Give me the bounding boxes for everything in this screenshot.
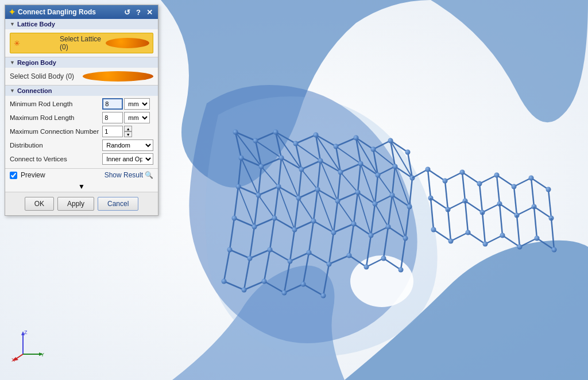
select-lattice-label: Select Lattice (0) xyxy=(60,35,103,51)
svg-point-148 xyxy=(358,161,363,166)
connect-dangling-rods-panel: ✦ Connect Dangling Rods ↺ ? ✕ ▼ Lattice … xyxy=(5,5,158,216)
region-body-label: Region Body xyxy=(17,59,56,66)
svg-point-138 xyxy=(354,135,359,141)
help-button[interactable]: ? xyxy=(134,8,142,17)
spinner-up-button[interactable]: ▲ xyxy=(124,126,132,131)
region-body-section-header[interactable]: ▼ Region Body xyxy=(5,57,158,68)
panel-titlebar: ✦ Connect Dangling Rods ↺ ? ✕ xyxy=(5,5,158,19)
lattice-body-collapse-arrow: ▼ xyxy=(10,21,15,27)
svg-point-186 xyxy=(301,282,306,287)
svg-point-242 xyxy=(431,227,436,232)
svg-point-174 xyxy=(268,247,273,253)
connect-to-vertices-select[interactable]: Inner and Open All Open Only Inner Only xyxy=(102,153,153,165)
min-rod-length-input[interactable] xyxy=(102,98,123,110)
star-icon: ✦ xyxy=(9,7,16,17)
max-rod-length-input-row: mm cm in xyxy=(102,112,153,123)
svg-point-143 xyxy=(259,164,264,169)
svg-point-154 xyxy=(276,184,281,189)
min-rod-length-label: Minimum Rod Length xyxy=(10,100,99,107)
svg-point-213 xyxy=(460,170,465,175)
svg-point-249 xyxy=(552,247,557,253)
svg-point-176 xyxy=(307,250,312,255)
svg-point-146 xyxy=(318,158,323,164)
svg-point-161 xyxy=(407,204,412,210)
svg-point-132 xyxy=(233,130,238,135)
connection-collapse-arrow: ▼ xyxy=(10,88,15,94)
svg-point-144 xyxy=(279,156,284,161)
svg-point-178 xyxy=(347,253,352,258)
svg-point-153 xyxy=(256,193,261,198)
svg-point-214 xyxy=(477,181,482,187)
max-rod-length-input[interactable] xyxy=(102,112,123,123)
svg-point-244 xyxy=(466,230,471,235)
preview-label[interactable]: Preview xyxy=(21,171,45,179)
axes-indicator: Z Y X xyxy=(11,328,46,363)
svg-point-135 xyxy=(293,141,299,146)
svg-point-149 xyxy=(376,173,381,178)
select-lattice-star-icon: ✳ xyxy=(14,39,57,48)
cancel-button[interactable]: Cancel xyxy=(98,197,138,211)
svg-point-168 xyxy=(351,222,357,227)
lattice-body-content: ✳ Select Lattice (0) xyxy=(5,29,158,57)
svg-point-177 xyxy=(327,262,332,267)
svg-point-187 xyxy=(321,293,326,298)
svg-point-163 xyxy=(252,224,257,230)
svg-point-147 xyxy=(338,170,343,175)
distribution-label: Distribution xyxy=(10,142,99,149)
svg-point-159 xyxy=(373,201,378,207)
svg-point-175 xyxy=(288,259,293,264)
svg-point-166 xyxy=(311,219,316,224)
svg-point-171 xyxy=(403,236,408,241)
lattice-body-section-header[interactable]: ▼ Lattice Body xyxy=(5,19,158,29)
svg-point-245 xyxy=(483,242,488,247)
select-solid-label: Select Solid Body (0) xyxy=(10,72,80,80)
svg-point-150 xyxy=(393,164,398,169)
reset-button[interactable]: ↺ xyxy=(122,8,132,17)
expand-arrow-icon: ▼ xyxy=(78,183,85,191)
y-axis-label: Y xyxy=(41,352,44,358)
ok-button[interactable]: OK xyxy=(25,197,54,211)
svg-point-211 xyxy=(425,167,431,172)
select-lattice-row[interactable]: ✳ Select Lattice (0) xyxy=(10,33,153,53)
max-rod-length-unit[interactable]: mm cm in xyxy=(124,112,150,123)
svg-point-156 xyxy=(315,187,320,192)
spinner-down-button[interactable]: ▼ xyxy=(124,131,132,137)
select-solid-ball-icon[interactable] xyxy=(83,71,153,82)
svg-point-165 xyxy=(292,227,297,232)
svg-point-216 xyxy=(512,184,517,189)
max-rod-length-label: Maximum Rod Length xyxy=(10,114,99,121)
distribution-select[interactable]: Random Uniform Custom xyxy=(102,139,153,151)
svg-point-139 xyxy=(371,147,376,152)
close-button[interactable]: ✕ xyxy=(145,8,154,17)
svg-point-140 xyxy=(388,138,393,144)
select-solid-row: Select Solid Body (0) xyxy=(10,71,153,82)
min-rod-length-unit[interactable]: mm cm in xyxy=(124,98,150,110)
show-result-button[interactable]: Show Result 🔍 xyxy=(105,171,153,179)
svg-point-158 xyxy=(355,190,361,195)
svg-point-155 xyxy=(296,196,301,201)
svg-point-170 xyxy=(386,224,391,230)
x-axis-label: X xyxy=(11,357,15,363)
svg-point-145 xyxy=(299,167,304,172)
connection-section-header[interactable]: ▼ Connection xyxy=(5,86,158,96)
select-lattice-ball-icon xyxy=(106,38,149,48)
apply-button[interactable]: Apply xyxy=(57,197,94,211)
svg-point-248 xyxy=(535,236,540,241)
preview-row: Preview Show Result 🔍 xyxy=(5,169,158,181)
svg-point-160 xyxy=(390,193,395,198)
connect-to-vertices-label: Connect to Vertices xyxy=(10,156,99,162)
svg-point-184 xyxy=(262,279,267,284)
spinner-buttons: ▲ ▼ xyxy=(124,126,132,137)
connection-fields: Minimum Rod Length mm cm in Maximum Rod … xyxy=(5,96,158,168)
svg-point-183 xyxy=(242,288,247,293)
svg-point-173 xyxy=(247,256,253,261)
preview-checkbox[interactable] xyxy=(10,172,17,179)
svg-point-212 xyxy=(443,179,448,184)
max-connection-number-input[interactable] xyxy=(102,126,123,137)
svg-point-142 xyxy=(239,156,244,161)
search-icon: 🔍 xyxy=(145,171,153,179)
svg-point-167 xyxy=(331,230,336,235)
show-result-label: Show Result xyxy=(105,171,143,179)
expand-row[interactable]: ▼ xyxy=(5,181,158,192)
svg-point-152 xyxy=(236,184,241,189)
